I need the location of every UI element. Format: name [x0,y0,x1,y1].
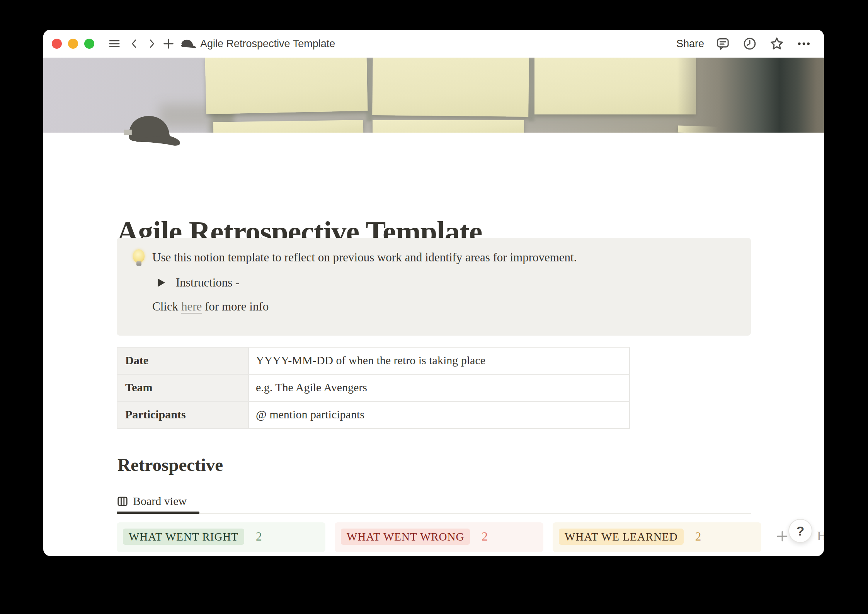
active-tab-underline [117,512,199,514]
board-column-what-went-right: WHAT WENT RIGHT 2 [117,522,325,552]
new-page-icon[interactable] [160,35,177,52]
page-cap-icon-small [179,35,196,52]
group-count: 2 [695,529,701,545]
tab-divider [117,513,751,514]
table-label-cell[interactable]: Team [117,375,249,401]
toggle-label: Instructions - [176,276,239,290]
breadcrumb-page-title[interactable]: Agile Retrospective Template [200,38,335,50]
help-button[interactable]: ? [788,519,812,543]
table-value-cell[interactable]: YYYY-MM-DD of when the retro is taking p… [249,348,629,374]
board-column-what-we-learned: WHAT WE LEARNED 2 [553,522,761,552]
board-column-what-went-wrong: WHAT WENT WRONG 2 [335,522,543,552]
board-view: WHAT WENT RIGHT 2 WHAT WENT WRONG 2 WHAT… [117,522,790,552]
callout-block: Use this notion template to reflect on p… [117,238,751,336]
section-heading[interactable]: Retrospective [117,454,223,475]
sticky-note [372,58,529,117]
forward-icon[interactable] [143,35,160,52]
share-button[interactable]: Share [676,38,704,50]
page-cap-icon[interactable] [124,113,180,147]
properties-table: Date YYYY-MM-DD of when the retro is tak… [117,347,630,429]
lightbulb-icon [131,249,147,266]
history-clock-icon[interactable] [741,35,758,52]
zoom-window-button[interactable] [84,39,94,49]
callout-text[interactable]: Use this notion template to reflect on p… [152,249,577,266]
group-count: 2 [256,529,262,545]
table-label-cell[interactable]: Participants [117,402,249,428]
table-row: Date YYYY-MM-DD of when the retro is tak… [117,348,629,375]
instructions-toggle[interactable]: Instructions - [158,276,735,290]
close-window-button[interactable] [52,39,62,49]
board-view-icon [117,495,128,507]
add-group-icon[interactable] [775,529,790,544]
sticky-note [373,120,524,133]
notion-window: Agile Retrospective Template Share [43,30,824,556]
cover-seam [366,58,373,121]
group-pill[interactable]: WHAT WENT WRONG [341,529,470,545]
toggle-triangle-icon [158,278,165,287]
table-label-cell[interactable]: Date [117,348,249,374]
comments-icon[interactable] [714,35,731,52]
sticky-note [534,58,696,114]
cover-right-shadow-band [677,58,824,133]
table-row: Team e.g. The Agile Avengers [117,375,629,402]
link-prefix-text: Click [152,300,181,313]
back-icon[interactable] [126,35,143,52]
tab-board-view[interactable]: Board view [117,492,187,510]
callout-link-row: Click here for more info [152,300,735,314]
window-toolbar: Agile Retrospective Template Share [43,30,824,58]
cover-seam [528,58,534,121]
tab-label: Board view [133,495,187,508]
favorite-star-icon[interactable] [768,35,785,52]
table-value-cell[interactable]: e.g. The Agile Avengers [249,375,629,401]
link-suffix-text: for more info [202,300,269,313]
group-pill[interactable]: WHAT WE LEARNED [559,529,684,545]
traffic-lights [52,39,100,49]
group-pill[interactable]: WHAT WENT RIGHT [123,529,244,545]
more-options-icon[interactable] [795,35,812,52]
sticky-note [213,120,363,133]
sidebar-menu-icon[interactable] [106,35,123,52]
table-row: Participants @ mention participants [117,402,629,429]
minimize-window-button[interactable] [68,39,78,49]
sticky-note [205,58,368,114]
table-value-cell[interactable]: @ mention participants [249,402,629,428]
group-count: 2 [482,529,488,545]
here-link[interactable]: here [181,300,202,313]
clipped-group-label: H [817,529,824,543]
